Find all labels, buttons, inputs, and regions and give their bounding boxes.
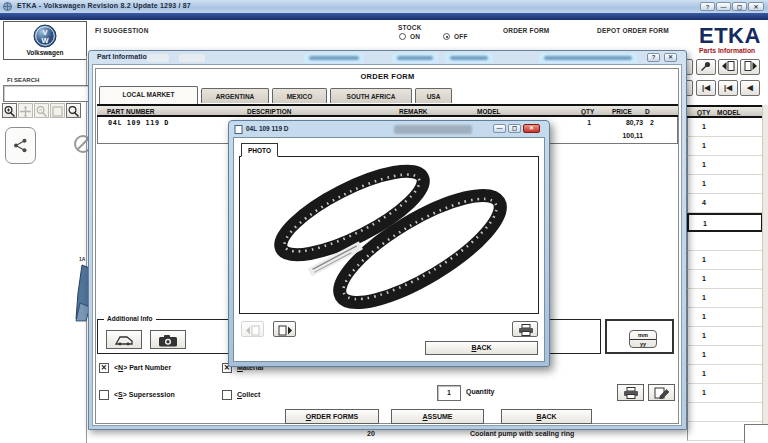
- zoom-in-button[interactable]: [2, 103, 17, 118]
- next-photo-button[interactable]: [273, 321, 296, 337]
- dialog-icon: [234, 125, 243, 134]
- fi-search-input[interactable]: [3, 85, 89, 102]
- table-row[interactable]: 1: [687, 346, 763, 365]
- menu-order-form[interactable]: ORDER FORM: [503, 27, 549, 34]
- tab-usa[interactable]: USA: [415, 88, 452, 103]
- dialog-restore-button[interactable]: ◻: [508, 124, 521, 133]
- tab-south-africa[interactable]: SOUTH AFRICA: [330, 88, 412, 103]
- dialog-back-button[interactable]: BACK: [425, 341, 538, 355]
- blurred-toolbar-item[interactable]: [179, 54, 205, 62]
- table-row[interactable]: 1: [687, 137, 763, 156]
- quantity-input[interactable]: 1: [437, 385, 461, 401]
- restore-button[interactable]: ◻: [732, 2, 747, 11]
- blurred-toolbar-item[interactable]: [147, 54, 169, 62]
- dialog-minimize-button[interactable]: —: [493, 124, 506, 133]
- table-row[interactable]: [687, 403, 763, 422]
- toothed-belt-photo: [240, 157, 538, 313]
- blurred-menu-item[interactable]: [392, 53, 438, 63]
- qty-cell: 1: [702, 275, 706, 282]
- back-button[interactable]: BACK: [501, 409, 592, 424]
- pin-button[interactable]: [696, 59, 716, 75]
- print-button[interactable]: [617, 384, 644, 401]
- stock-on-label: ON: [410, 33, 420, 40]
- status-description: Coolant pump with sealing ring: [470, 430, 574, 437]
- tab-argentina[interactable]: ARGENTINA: [201, 88, 269, 103]
- assume-button[interactable]: ASSUME: [391, 409, 484, 424]
- supersession-checkbox-label: <S> Supersession: [114, 391, 175, 398]
- stock-on-radio[interactable]: [399, 33, 406, 40]
- skip-first-button[interactable]: |◀: [696, 80, 716, 96]
- edit-button[interactable]: [648, 384, 675, 401]
- qty-cell: 4: [702, 199, 706, 206]
- next-document-button[interactable]: [740, 59, 760, 75]
- camera-icon: [158, 334, 178, 347]
- dialog-close-button[interactable]: ✕: [523, 124, 540, 133]
- supersession-checkbox[interactable]: [99, 390, 109, 400]
- stock-off-label: OFF: [454, 33, 468, 40]
- photo-button[interactable]: [150, 330, 186, 349]
- table-row[interactable]: 1: [687, 118, 763, 137]
- menu-fi-suggestion[interactable]: FI SUGGESTION: [95, 27, 149, 34]
- table-row[interactable]: 1: [687, 156, 763, 175]
- fi-search-label: FI SEARCH: [7, 77, 39, 83]
- mmyy-box: mm yy: [605, 319, 674, 354]
- right-scroll-strip[interactable]: [762, 105, 768, 443]
- close-button[interactable]: ✕: [748, 2, 764, 11]
- brand-label: Volkswagen: [4, 49, 86, 56]
- pan-button[interactable]: [18, 103, 33, 118]
- col-description: DESCRIPTION: [247, 108, 291, 115]
- part-info-close-button[interactable]: ✕: [664, 53, 677, 62]
- table-row[interactable]: 1: [687, 289, 763, 308]
- diagram-callout-label: 1A: [79, 256, 85, 262]
- mmyy-button[interactable]: mm yy: [629, 330, 657, 348]
- bottom-right-box[interactable]: [744, 424, 768, 443]
- col-qty: QTY: [581, 108, 594, 115]
- help-button[interactable]: ?: [700, 2, 715, 11]
- table-row[interactable]: [687, 232, 763, 251]
- previous-document-button[interactable]: [718, 59, 738, 75]
- collect-checkbox[interactable]: [222, 390, 232, 400]
- part-info-help-button[interactable]: ?: [647, 53, 660, 62]
- right-table-header: QTY MODEL: [687, 105, 763, 118]
- table-row[interactable]: 1: [687, 365, 763, 384]
- zoom-reset-button[interactable]: [50, 103, 65, 118]
- search-button[interactable]: [66, 103, 81, 118]
- photo-dialog: 04L 109 119 D — ◻ ✕ PHOTO: [228, 120, 550, 367]
- col-price: PRICE: [612, 108, 632, 115]
- table-row[interactable]: 1: [687, 175, 763, 194]
- sidebar-divider: [86, 56, 87, 443]
- mmyy-top: mm: [630, 331, 656, 340]
- vw-logo-box[interactable]: V W Volkswagen: [3, 21, 87, 60]
- minimize-button[interactable]: —: [716, 2, 731, 11]
- part-diagram-button[interactable]: [106, 330, 142, 349]
- table-row[interactable]: 1: [687, 327, 763, 346]
- back-arrow-button[interactable]: ◀: [740, 80, 760, 96]
- table-row[interactable]: 1: [687, 270, 763, 289]
- previous-page-button[interactable]: |◀: [718, 80, 738, 96]
- dialog-print-button[interactable]: [512, 321, 538, 337]
- printer-icon: [518, 324, 534, 336]
- menu-depot-order-form[interactable]: DEPOT ORDER FORM: [597, 27, 669, 34]
- svg-text:W: W: [41, 36, 49, 45]
- tab-photo[interactable]: PHOTO: [241, 143, 278, 157]
- part-number-checkbox[interactable]: ✕: [99, 363, 109, 373]
- table-row-selected[interactable]: 1: [687, 213, 763, 232]
- share-button[interactable]: [5, 127, 36, 164]
- stock-off-radio[interactable]: [443, 33, 450, 40]
- table-row[interactable]: 1: [687, 384, 763, 403]
- order-forms-button[interactable]: ORDER FORMS: [285, 409, 379, 424]
- blurred-menu-item[interactable]: [539, 53, 637, 63]
- table-row[interactable]: 1: [687, 251, 763, 270]
- search-icon: [67, 105, 80, 118]
- blurred-menu-item[interactable]: [445, 53, 493, 63]
- order-form-heading: ORDER FORM: [89, 72, 686, 81]
- table-row[interactable]: 4: [687, 194, 763, 213]
- qty-column-header: QTY: [697, 109, 710, 116]
- previous-photo-button[interactable]: [241, 321, 264, 337]
- table-row[interactable]: 1: [687, 308, 763, 327]
- tab-local-market[interactable]: LOCAL MARKET: [99, 86, 198, 104]
- qty-cell: 1: [702, 332, 706, 339]
- tab-mexico[interactable]: MEXICO: [272, 88, 327, 103]
- blurred-menu-item[interactable]: [304, 53, 364, 63]
- zoom-out-button[interactable]: [34, 103, 49, 118]
